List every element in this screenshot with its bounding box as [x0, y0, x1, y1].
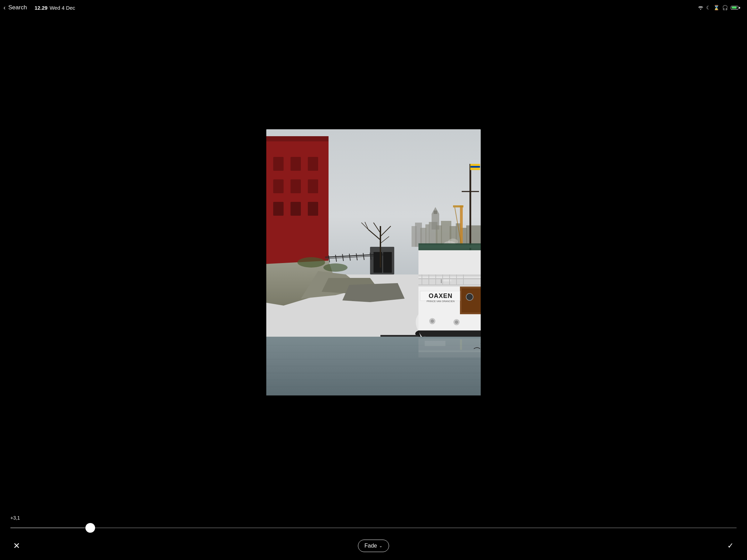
svg-rect-128 [418, 351, 481, 357]
svg-rect-30 [308, 202, 318, 216]
status-right: ☾ ⌛ 🎧 [698, 5, 740, 10]
svg-rect-71 [418, 245, 481, 248]
moon-icon: ☾ [706, 5, 711, 10]
cancel-icon: ✕ [13, 542, 20, 550]
status-bar: ‹ Search 12.29 Wed 4 Dec ☾ ⌛ 🎧 [0, 0, 747, 14]
back-arrow-icon[interactable]: ‹ [3, 4, 6, 11]
headphone-icon: 🎧 [722, 5, 728, 10]
svg-rect-104 [418, 314, 481, 332]
svg-rect-25 [273, 179, 284, 193]
svg-rect-27 [308, 179, 318, 193]
bottom-toolbar: ✕ Fade ⌄ ✓ [0, 536, 747, 560]
svg-text:OAXEN: OAXEN [428, 292, 452, 299]
svg-rect-64 [470, 166, 480, 168]
svg-point-91 [467, 295, 472, 299]
battery-icon [731, 6, 740, 10]
photo-scene: 15 [266, 129, 481, 395]
slider-track-container[interactable] [10, 523, 737, 533]
chevron-down-icon: ⌄ [379, 543, 382, 548]
slider-value: +3,1 [10, 515, 20, 521]
svg-rect-51 [383, 252, 392, 273]
done-button[interactable]: ✓ [724, 540, 737, 552]
svg-point-37 [323, 263, 348, 272]
svg-rect-31 [266, 136, 329, 141]
svg-marker-35 [342, 283, 405, 302]
svg-rect-29 [290, 202, 301, 216]
wifi-icon [698, 6, 703, 10]
svg-rect-28 [273, 202, 284, 216]
photo-container: 15 [266, 129, 481, 395]
slider-fill [10, 528, 90, 528]
svg-text:PRINCE VAN ORANCIEN: PRINCE VAN ORANCIEN [426, 300, 454, 302]
status-left: ‹ Search 12.29 Wed 4 Dec [3, 4, 75, 11]
svg-rect-22 [273, 157, 284, 171]
svg-rect-24 [308, 157, 318, 171]
fade-label: Fade [365, 543, 377, 549]
svg-point-36 [297, 257, 325, 268]
done-icon: ✓ [727, 541, 734, 550]
svg-rect-17 [453, 205, 463, 207]
svg-rect-15 [434, 211, 437, 214]
status-time: 12.29 [35, 5, 48, 11]
svg-rect-13 [432, 214, 439, 230]
svg-rect-130 [425, 341, 445, 346]
svg-rect-112 [418, 330, 481, 337]
svg-rect-72 [418, 250, 481, 278]
svg-point-108 [455, 320, 458, 324]
main-content: 15 [0, 14, 747, 511]
cancel-button[interactable]: ✕ [10, 540, 23, 552]
slider-area: +3,1 [0, 511, 747, 536]
slider-track[interactable] [10, 528, 737, 528]
slider-thumb[interactable] [85, 523, 95, 533]
fade-button[interactable]: Fade ⌄ [358, 540, 389, 552]
svg-rect-23 [290, 157, 301, 171]
svg-rect-26 [290, 179, 301, 193]
svg-point-106 [431, 319, 434, 323]
svg-rect-129 [460, 339, 462, 350]
back-label[interactable]: Search [8, 4, 27, 11]
status-date: Wed 4 Dec [49, 5, 75, 11]
clock-icon: ⌛ [713, 5, 719, 10]
